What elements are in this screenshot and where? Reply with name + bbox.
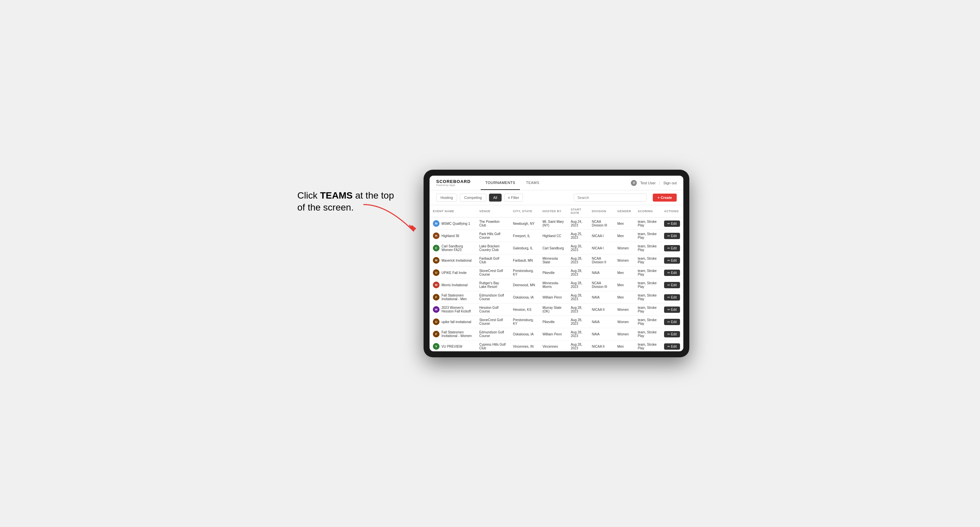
action-cell: ✏ Edit [661, 242, 683, 254]
tab-teams[interactable]: TEAMS [521, 176, 544, 190]
scoring-cell: team, Stroke Play [635, 279, 661, 291]
edit-button[interactable]: ✏ Edit [664, 331, 680, 337]
sign-out-link[interactable]: Sign out [663, 181, 677, 185]
hosting-button[interactable]: Hosting [436, 194, 457, 202]
col-venue: VENUE [476, 205, 510, 217]
event-name: Fall Statesmen Invitational - Women [442, 330, 473, 338]
logo: SCOREBOARD Powered by clippit [436, 179, 471, 186]
team-icon: M [433, 257, 439, 264]
edit-button[interactable]: ✏ Edit [664, 233, 680, 239]
event-name-cell: M Morris Invitational [430, 279, 476, 291]
action-cell: ✏ Edit [661, 316, 683, 328]
scoring-cell: team, Stroke Play [635, 340, 661, 352]
action-cell: ✏ Edit [661, 291, 683, 303]
col-division: DIVISION [589, 205, 614, 217]
logo-subtitle: Powered by clippit [436, 184, 471, 186]
instruction-text: Click TEAMS at the top of the screen. [298, 190, 397, 214]
start-date-cell: Aug 28, 2023 [567, 291, 589, 303]
scoring-cell: team, Stroke Play [635, 217, 661, 230]
edit-button[interactable]: ✏ Edit [664, 294, 680, 300]
event-name-cell: F Fall Statesmen Invitational - Men [430, 291, 476, 303]
team-icon: U [433, 319, 439, 325]
edit-button[interactable]: ✏ Edit [664, 257, 680, 264]
edit-button[interactable]: ✏ Edit [664, 306, 680, 313]
division-cell: NICAA I [589, 242, 614, 254]
create-button[interactable]: + Create [653, 194, 677, 202]
city-state-cell: Faribault, MN [510, 254, 539, 267]
hosted-by-cell: William Penn [539, 328, 567, 340]
event-name: Morris Invitational [442, 283, 468, 287]
svg-marker-0 [410, 225, 416, 231]
gender-cell: Men [614, 279, 635, 291]
edit-button[interactable]: ✏ Edit [664, 221, 680, 227]
start-date-cell: Aug 28, 2023 [567, 328, 589, 340]
action-cell: ✏ Edit [661, 328, 683, 340]
start-date-cell: Aug 24, 2023 [567, 217, 589, 230]
event-name-cell: V VU PREVIEW [430, 340, 476, 352]
city-state-cell: Vincennes, IN [510, 340, 539, 352]
tab-tournaments[interactable]: TOURNAMENTS [481, 176, 520, 190]
scoring-cell: team, Stroke Play [635, 267, 661, 279]
event-name: upike fall invitational [442, 320, 471, 324]
start-date-cell: Aug 28, 2023 [567, 303, 589, 316]
venue-cell: Lake Bracken Country Club [476, 242, 510, 254]
scoring-cell: team, Stroke Play [635, 254, 661, 267]
gender-cell: Women [614, 242, 635, 254]
action-cell: ✏ Edit [661, 303, 683, 316]
division-cell: NAIA [589, 291, 614, 303]
team-icon: M [433, 282, 439, 288]
start-date-cell: Aug 25, 2023 [567, 230, 589, 242]
event-name: Fall Statesmen Invitational - Men [442, 294, 473, 301]
start-date-cell: Aug 26, 2023 [567, 242, 589, 254]
scoring-cell: team, Stroke Play [635, 316, 661, 328]
venue-cell: Edmundson Golf Course [476, 291, 510, 303]
table-row: V VU PREVIEW Cypress Hills Golf ClubVinc… [430, 340, 683, 352]
col-city-state: CITY, STATE [510, 205, 539, 217]
edit-button[interactable]: ✏ Edit [664, 319, 680, 325]
team-icon: H [433, 232, 439, 239]
filter-button[interactable]: ≡ Filter [504, 194, 523, 202]
team-icon: F [433, 294, 439, 300]
city-state-cell: Oskaloosa, IA [510, 291, 539, 303]
action-cell: ✏ Edit [661, 254, 683, 267]
venue-cell: Hesston Golf Course [476, 303, 510, 316]
division-cell: NCAA Division II [589, 254, 614, 267]
all-button[interactable]: All [489, 194, 502, 202]
venue-cell: Edmundson Golf Course [476, 328, 510, 340]
division-cell: NAIA [589, 316, 614, 328]
hosted-by-cell: William Penn [539, 291, 567, 303]
search-input[interactable] [574, 194, 647, 202]
event-name-cell: C Carl Sandburg Women FA23 [430, 242, 476, 254]
hosted-by-cell: Minnesota-Morris [539, 279, 567, 291]
action-cell: ✏ Edit [661, 279, 683, 291]
competing-button[interactable]: Competing [460, 194, 486, 202]
event-name-cell: U UPIKE Fall Invite [430, 267, 476, 279]
tournaments-table: EVENT NAME VENUE CITY, STATE HOSTED BY S… [430, 205, 683, 351]
event-name-cell: M Maverick Invitational [430, 254, 476, 267]
edit-button[interactable]: ✏ Edit [664, 343, 680, 350]
event-name: Highland 36 [442, 234, 459, 238]
event-name-cell: H Highland 36 [430, 230, 476, 242]
edit-button[interactable]: ✏ Edit [664, 245, 680, 251]
gender-cell: Men [614, 291, 635, 303]
scoring-cell: team, Stroke Play [635, 303, 661, 316]
col-start-date: START DATE [567, 205, 589, 217]
event-name: 2023 Women's Hesston Fall Kickoff [442, 306, 473, 313]
division-cell: NAIA [589, 328, 614, 340]
event-name: VU PREVIEW [442, 345, 463, 348]
venue-cell: Faribault Golf Club [476, 254, 510, 267]
col-actions: ACTIONS [661, 205, 683, 217]
action-cell: ✏ Edit [661, 267, 683, 279]
edit-button[interactable]: ✏ Edit [664, 270, 680, 276]
start-date-cell: Aug 28, 2023 [567, 316, 589, 328]
city-state-cell: Newburgh, NY [510, 217, 539, 230]
settings-icon[interactable]: ⚙ [631, 180, 637, 186]
event-name-cell: W 2023 Women's Hesston Fall Kickoff [430, 303, 476, 316]
user-name: Test User [640, 181, 655, 185]
nav-divider: | [659, 181, 660, 185]
scoring-cell: team, Stroke Play [635, 230, 661, 242]
gender-cell: Women [614, 316, 635, 328]
team-icon: W [433, 306, 439, 313]
start-date-cell: Aug 28, 2023 [567, 267, 589, 279]
edit-button[interactable]: ✏ Edit [664, 282, 680, 288]
